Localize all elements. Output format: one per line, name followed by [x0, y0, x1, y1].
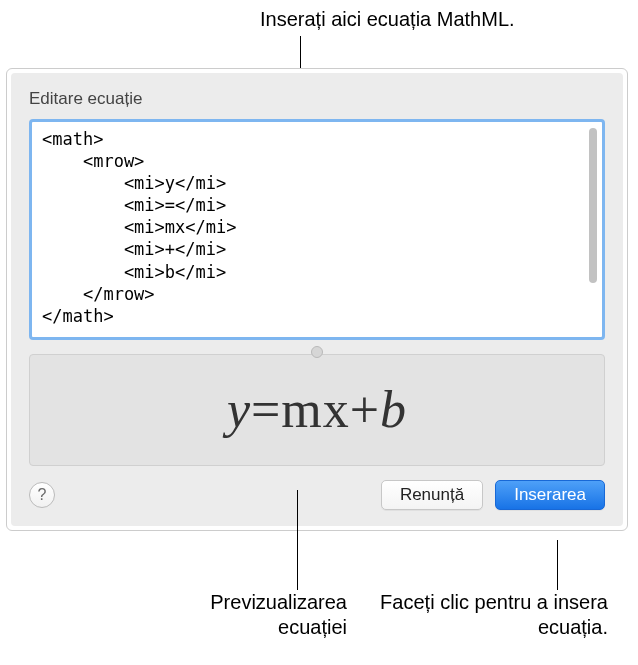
callout-bottom-right-leader: [557, 540, 558, 590]
callout-bottom-left-leader: [297, 490, 298, 590]
equation-preview: y=mx+b: [29, 354, 605, 466]
grabber-icon: [311, 346, 323, 358]
preview-y: y: [227, 381, 251, 438]
callout-top-leader: [300, 36, 301, 72]
cancel-button[interactable]: Renunță: [381, 480, 483, 510]
button-row: ? Renunță Inserarea: [29, 480, 605, 510]
preview-plus: +: [350, 381, 380, 438]
preview-eq: =: [251, 381, 281, 438]
help-icon: ?: [38, 486, 47, 504]
help-button[interactable]: ?: [29, 482, 55, 508]
scrollbar-thumb[interactable]: [589, 128, 597, 283]
dialog-body: Editare ecuație <math> <mrow> <mi>y</mi>…: [11, 73, 623, 526]
dialog-title: Editare ecuație: [29, 89, 605, 109]
scrollbar[interactable]: [587, 128, 599, 288]
callout-top-text: Inserați aici ecuația MathML.: [260, 8, 515, 31]
preview-b: b: [380, 381, 407, 438]
dialog-window: Editare ecuație <math> <mrow> <mi>y</mi>…: [6, 68, 628, 531]
mathml-code-input[interactable]: <math> <mrow> <mi>y</mi> <mi>=</mi> <mi>…: [32, 122, 602, 337]
callout-bottom-left-text: Previzualizarea ecuației: [147, 590, 347, 640]
preview-mx: mx: [281, 381, 349, 438]
equation-preview-expression: y=mx+b: [227, 380, 407, 439]
callout-bottom-right-text: Faceți clic pentru a insera ecuația.: [368, 590, 608, 640]
insert-button[interactable]: Inserarea: [495, 480, 605, 510]
code-input-frame: <math> <mrow> <mi>y</mi> <mi>=</mi> <mi>…: [29, 119, 605, 340]
